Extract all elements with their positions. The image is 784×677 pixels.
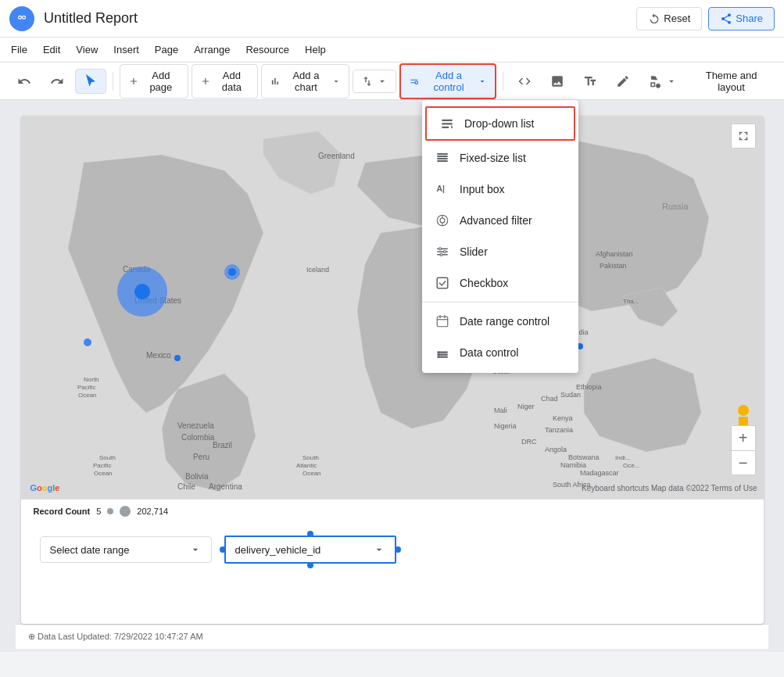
menu-bar: File Edit View Insert Page Arrange Resou… [0,38,784,63]
svg-text:North: North [84,376,99,383]
connect-button[interactable] [353,70,396,93]
menu-file[interactable]: File [9,41,29,59]
bottom-controls: Select date range delivery_vehicle_id [21,523,764,576]
map-svg: Russia Canada United States Mexico Venez… [21,116,764,499]
svg-rect-81 [444,251,446,253]
menu-item-slider[interactable]: Slider [422,236,578,267]
undo-button[interactable] [9,70,39,93]
svg-rect-71 [437,160,448,162]
svg-text:Argentina: Argentina [209,482,242,491]
svg-text:Madagascar: Madagascar [580,469,619,477]
zoom-out-button[interactable]: − [731,450,756,475]
svg-text:Nigeria: Nigeria [494,422,517,430]
menu-item-date-range[interactable]: Date range control [422,306,578,337]
share-label: Share [736,13,763,24]
svg-text:Venezuela: Venezuela [177,421,214,430]
add-page-label: Add page [142,70,180,93]
handle-bottom[interactable] [307,562,313,568]
menu-edit[interactable]: Edit [41,41,62,59]
toolbar-separator-2 [503,72,503,91]
handle-left[interactable] [220,546,226,553]
reset-button[interactable]: Reset [636,7,702,30]
svg-text:Ethiopia: Ethiopia [576,383,602,391]
menu-item-data-control-label: Data control [460,346,518,359]
svg-rect-69 [437,156,448,157]
svg-rect-84 [437,317,448,327]
date-range-placeholder: Select date range [50,544,130,556]
svg-text:Colombia: Colombia [181,433,215,442]
canvas-area: Russia Canada United States Mexico Venez… [0,100,784,652]
svg-text:Chile: Chile [177,482,195,491]
menu-item-advanced-filter[interactable]: Advanced filter [422,205,578,236]
menu-help[interactable]: Help [303,41,328,59]
dropdown-control[interactable]: delivery_vehicle_id [224,536,396,564]
svg-text:Chad: Chad [541,395,558,403]
svg-point-58 [174,355,181,361]
add-chart-button[interactable]: Add a chart [261,64,349,99]
svg-text:Botswana: Botswana [568,453,600,461]
svg-text:Namibia: Namibia [560,461,586,469]
menu-item-dropdown-list[interactable]: Drop-down list [427,108,574,139]
svg-text:Sudan: Sudan [560,391,581,399]
menu-item-checkbox[interactable]: Checkbox [422,267,578,299]
fixed-size-list-icon [435,150,450,166]
svg-text:Tanzania: Tanzania [545,426,573,434]
pen-button[interactable] [608,70,638,93]
svg-text:Bolivia: Bolivia [185,472,209,481]
theme-layout-label: Theme and layout [706,70,757,93]
text-button[interactable] [575,70,605,93]
canvas: Russia Canada United States Mexico Venez… [21,116,764,624]
svg-text:Russia: Russia [662,202,689,211]
map-container[interactable]: Russia Canada United States Mexico Venez… [21,116,764,499]
select-tool-button[interactable] [75,69,106,94]
svg-rect-82 [440,253,442,256]
svg-text:Brazil: Brazil [213,441,232,450]
menu-item-dropdown-list-label: Drop-down list [464,117,534,130]
zoom-in-button[interactable]: + [731,425,756,450]
map-expand-button[interactable] [731,124,756,149]
menu-item-checkbox-label: Checkbox [460,277,508,289]
svg-point-3 [19,16,21,18]
menu-arrange[interactable]: Arrange [192,41,231,59]
shapes-button[interactable] [641,70,685,93]
code-button[interactable] [510,70,539,93]
status-text: ⊕ Data Last Updated: 7/29/2022 10:47:27 … [28,632,203,642]
svg-point-61 [738,405,749,416]
svg-text:Tha...: Tha... [623,298,639,305]
menu-item-input-box[interactable]: A| Input box [422,174,578,205]
svg-text:Pacific: Pacific [77,384,96,391]
dropdown-menu: Drop-down list Fixed-size list A| Input … [422,100,578,373]
menu-item-advanced-filter-label: Advanced filter [460,214,532,227]
add-control-button[interactable]: Add a control [399,63,496,99]
menu-page[interactable]: Page [153,41,180,59]
svg-rect-67 [442,127,449,128]
handle-top[interactable] [307,531,313,537]
toolbar-separator-1 [113,72,113,91]
menu-insert[interactable]: Insert [112,41,141,59]
add-page-button[interactable]: Add page [120,64,188,99]
data-control-icon [435,345,450,360]
image-button[interactable] [542,70,572,93]
add-data-label: Add data [214,70,249,93]
svg-text:Mali: Mali [494,407,507,414]
menu-resource[interactable]: Resource [244,41,291,59]
svg-text:Ocean: Ocean [94,470,113,477]
dropdown-control-wrapper: delivery_vehicle_id [224,536,396,564]
svg-text:Niger: Niger [517,403,535,410]
share-button[interactable]: Share [708,7,775,30]
svg-text:Angola: Angola [545,446,567,453]
handle-right[interactable] [395,546,401,553]
menu-item-data-control[interactable]: Data control [422,337,578,368]
menu-view[interactable]: View [74,41,99,59]
add-data-button[interactable]: Add data [192,64,258,99]
checkbox-icon [435,275,450,291]
legend-value1: 5 [96,507,101,516]
redo-button[interactable] [42,70,72,93]
date-range-select[interactable]: Select date range [40,536,212,563]
theme-layout-button[interactable]: Theme and layout [688,65,775,98]
menu-item-fixed-size-list[interactable]: Fixed-size list [422,142,578,174]
svg-point-56 [228,268,236,276]
menu-item-slider-label: Slider [460,245,488,258]
svg-text:Afghanistan: Afghanistan [596,250,633,258]
svg-point-54 [134,284,150,299]
